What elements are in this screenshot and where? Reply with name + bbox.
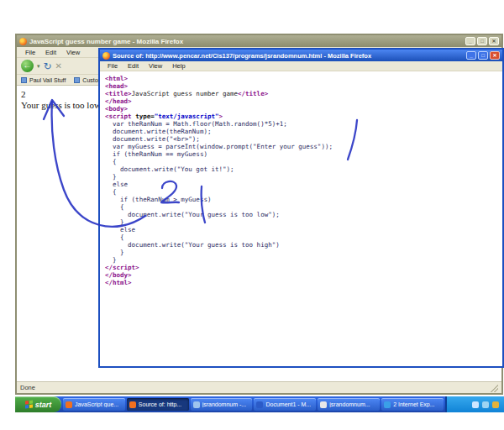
taskbar-button-icon bbox=[66, 401, 72, 408]
code-line: <script type="text/javascript"> bbox=[105, 113, 502, 120]
start-button[interactable]: start bbox=[15, 396, 61, 412]
code-line: <title>JavaScript guess number game</tit… bbox=[105, 90, 502, 97]
main-window-title: JavaScript guess number game - Mozilla F… bbox=[29, 38, 463, 45]
code-segment: { bbox=[105, 233, 124, 241]
taskbar-button[interactable]: Document1 - M... bbox=[254, 398, 316, 411]
menu-item-file[interactable]: File bbox=[102, 62, 123, 70]
volume-icon[interactable] bbox=[472, 401, 479, 408]
code-segment: document.write("You got it!"); bbox=[105, 165, 234, 173]
code-segment: var theRanNum = Math.floor(Math.random()… bbox=[105, 120, 287, 128]
taskbar-button[interactable]: Source of: http... bbox=[127, 398, 189, 411]
minimize-icon[interactable]: _ bbox=[466, 51, 476, 60]
menu-item-view[interactable]: View bbox=[61, 49, 85, 56]
menu-item-file[interactable]: File bbox=[20, 49, 40, 56]
code-line: if (theRanNum == myGuess) bbox=[105, 150, 502, 158]
code-line: var theRanNum = Math.floor(Math.random()… bbox=[105, 120, 502, 128]
code-segment: <title> bbox=[105, 90, 132, 97]
code-segment: if (theRanNum == myGuess) bbox=[105, 150, 207, 158]
code-segment: } bbox=[105, 173, 117, 181]
stop-button[interactable]: ✕ bbox=[55, 61, 62, 71]
back-dropdown-icon[interactable]: ▾ bbox=[37, 63, 40, 70]
windows-flag-icon bbox=[25, 401, 33, 409]
start-label: start bbox=[35, 401, 52, 409]
close-icon[interactable]: ✕ bbox=[489, 37, 499, 45]
code-segment: var myGuess = parseInt(window.prompt("En… bbox=[105, 143, 333, 150]
close-icon[interactable]: ✕ bbox=[490, 51, 500, 60]
code-segment: <html> bbox=[105, 75, 128, 82]
taskbar-button-icon bbox=[384, 401, 391, 408]
taskbar: start JavaScript gue...Source of: http..… bbox=[15, 396, 504, 412]
code-line: </script> bbox=[105, 264, 502, 271]
code-segment: </script> bbox=[105, 264, 139, 271]
reload-button[interactable]: ↻ bbox=[44, 60, 52, 72]
back-button[interactable]: ← bbox=[21, 60, 34, 72]
code-segment: else bbox=[105, 181, 128, 188]
network-icon[interactable] bbox=[482, 401, 489, 408]
view-source-window: Source of: http://www.pencar.net/Cis137/… bbox=[98, 48, 504, 368]
taskbar-button[interactable]: jsrandomnum -... bbox=[191, 398, 253, 411]
code-segment: <head> bbox=[105, 82, 128, 90]
system-tray bbox=[445, 396, 504, 412]
code-line: document.write("You got it!"); bbox=[105, 165, 502, 173]
code-segment: { bbox=[105, 203, 124, 211]
bookmark-item[interactable]: Paul Vail Stuff bbox=[21, 77, 66, 83]
code-line: document.write(theRanNum); bbox=[105, 128, 502, 135]
code-segment: > bbox=[218, 113, 223, 120]
code-line: { bbox=[105, 233, 502, 241]
code-segment: </html> bbox=[105, 279, 132, 286]
menu-item-help[interactable]: Help bbox=[167, 62, 190, 70]
taskbar-button-label: jsrandomnum -... bbox=[202, 401, 247, 407]
code-segment: { bbox=[105, 188, 117, 196]
code-segment: "text/javascript" bbox=[155, 113, 219, 120]
code-line: <head> bbox=[105, 82, 502, 90]
menu-item-view[interactable]: View bbox=[144, 62, 167, 70]
menu-item-edit[interactable]: Edit bbox=[123, 62, 144, 70]
resize-grip[interactable] bbox=[490, 384, 498, 392]
code-line: <body> bbox=[105, 105, 502, 113]
code-segment: else bbox=[105, 226, 135, 233]
code-line: } bbox=[105, 218, 502, 226]
menu-item-edit[interactable]: Edit bbox=[40, 49, 61, 56]
taskbar-button[interactable]: JavaScript gue... bbox=[63, 398, 125, 411]
shield-icon[interactable] bbox=[492, 401, 499, 408]
code-segment: <script bbox=[105, 113, 135, 120]
code-line: } bbox=[105, 173, 502, 181]
code-line: var myGuess = parseInt(window.prompt("En… bbox=[105, 143, 502, 150]
code-segment: document.write("Your guess is too low"); bbox=[105, 211, 280, 218]
code-line: { bbox=[105, 188, 502, 196]
code-line: { bbox=[105, 203, 502, 211]
code-segment: { bbox=[105, 158, 117, 165]
taskbar-button-label: Document1 - M... bbox=[265, 401, 311, 407]
bookmark-icon bbox=[74, 77, 80, 83]
code-line: <html> bbox=[105, 75, 502, 82]
code-segment: </head> bbox=[105, 97, 132, 105]
code-line: document.write("<br>"); bbox=[105, 135, 502, 143]
maximize-icon[interactable]: □ bbox=[477, 37, 487, 45]
taskbar-button[interactable]: jsrandomnum... bbox=[318, 398, 380, 411]
status-bar: Done bbox=[17, 381, 501, 393]
source-code: <html><head><title>JavaScript guess numb… bbox=[100, 71, 502, 366]
source-menubar: FileEditViewHelp bbox=[100, 61, 502, 71]
source-window-titlebar[interactable]: Source of: http://www.pencar.net/Cis137/… bbox=[100, 50, 502, 61]
code-line: else bbox=[105, 226, 502, 233]
code-segment: </title> bbox=[238, 90, 268, 97]
taskbar-button-label: jsrandomnum... bbox=[329, 401, 370, 407]
taskbar-buttons: JavaScript gue...Source of: http...jsran… bbox=[61, 396, 445, 412]
maximize-icon[interactable]: □ bbox=[478, 51, 488, 60]
code-segment: type= bbox=[135, 113, 155, 120]
code-line: </html> bbox=[105, 279, 502, 286]
minimize-icon[interactable]: _ bbox=[465, 37, 475, 45]
taskbar-button-icon bbox=[129, 401, 136, 408]
taskbar-button[interactable]: 2 Internet Exp... bbox=[381, 398, 444, 411]
code-line: </head> bbox=[105, 97, 502, 105]
taskbar-button-label: Source of: http... bbox=[139, 401, 181, 407]
bookmark-label: Paul Vail Stuff bbox=[29, 77, 66, 83]
code-segment: JavaScript guess number game bbox=[132, 90, 238, 97]
source-window-title: Source of: http://www.pencar.net/Cis137/… bbox=[113, 52, 464, 60]
code-line: } bbox=[105, 256, 502, 264]
main-window-titlebar[interactable]: JavaScript guess number game - Mozilla F… bbox=[17, 35, 501, 47]
taskbar-button-label: JavaScript gue... bbox=[75, 401, 118, 407]
code-segment: <body> bbox=[105, 105, 128, 113]
taskbar-button-icon bbox=[320, 401, 327, 408]
code-line: document.write("Your guess is too low"); bbox=[105, 211, 502, 218]
